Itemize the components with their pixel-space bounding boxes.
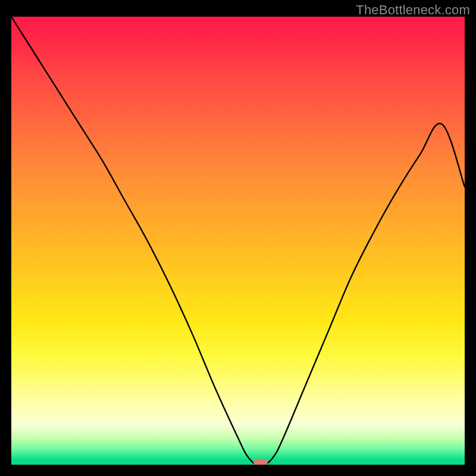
chart-frame: TheBottleneck.com — [0, 0, 476, 476]
attribution-text: TheBottleneck.com — [356, 2, 470, 18]
plot-area — [11, 17, 465, 465]
bottleneck-curve — [11, 17, 465, 465]
optimal-marker — [253, 459, 268, 465]
